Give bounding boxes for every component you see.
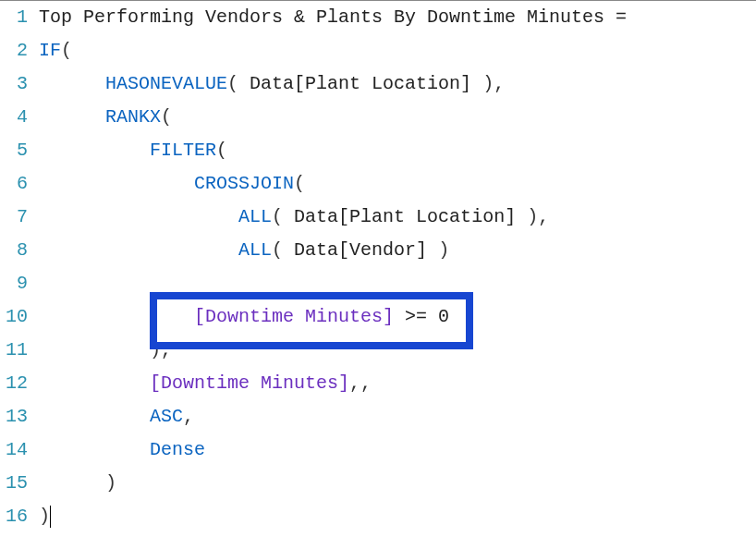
function-rankx: RANKX [105, 106, 161, 128]
code-line: HASONEVALUE( Data[Plant Location] ), [39, 67, 756, 101]
code-line: RANKX( [39, 101, 756, 134]
column-ref: Data[Vendor] [294, 239, 427, 261]
line-number: 3 [6, 67, 28, 101]
paren-close: ), [150, 339, 172, 360]
column-ref: Data[Plant Location] [250, 73, 471, 94]
function-all: ALL [238, 239, 272, 261]
line-number: 12 [6, 367, 28, 400]
number-literal: 0 [438, 306, 449, 327]
code-line: Dense [39, 433, 756, 467]
code-line: ) [39, 500, 756, 533]
paren-open: ( [61, 40, 72, 61]
code-editor[interactable]: 1 2 3 4 5 6 7 8 9 10 11 12 13 14 15 16 T… [0, 0, 756, 549]
line-number: 1 [6, 1, 28, 34]
function-crossjoin: CROSSJOIN [194, 173, 294, 194]
code-line: IF( [39, 34, 756, 67]
code-line: CROSSJOIN( [39, 167, 756, 201]
code-line: FILTER( [39, 134, 756, 167]
line-number: 9 [6, 267, 28, 300]
line-number: 10 [6, 300, 28, 334]
paren-close: ) [39, 506, 50, 527]
line-number: 7 [6, 201, 28, 234]
operator: >= [394, 306, 438, 327]
measure-ref: [Downtime Minutes] [150, 372, 349, 394]
measure-name-text: Top Performing Vendors & Plants By Downt… [39, 6, 627, 28]
line-number: 11 [6, 334, 28, 367]
keyword-if: IF [39, 40, 61, 61]
code-line: ) [39, 467, 756, 500]
code-area[interactable]: Top Performing Vendors & Plants By Downt… [35, 1, 756, 549]
function-filter: FILTER [150, 140, 216, 161]
code-line [39, 267, 756, 300]
line-number: 14 [6, 433, 28, 467]
line-number: 13 [6, 400, 28, 433]
line-number: 2 [6, 34, 28, 67]
enum-asc: ASC [150, 406, 183, 427]
code-line: Top Performing Vendors & Plants By Downt… [39, 1, 756, 34]
function-all: ALL [238, 206, 272, 227]
measure-ref: [Downtime Minutes] [194, 306, 394, 327]
code-line: ALL( Data[Plant Location] ), [39, 201, 756, 234]
column-ref: Data[Plant Location] [294, 206, 516, 227]
line-number: 15 [6, 467, 28, 500]
function-hasonevalue: HASONEVALUE [105, 73, 227, 94]
line-number: 8 [6, 234, 28, 267]
paren-close: ) [105, 472, 116, 494]
code-line: [Downtime Minutes],, [39, 367, 756, 400]
line-number: 16 [6, 500, 28, 533]
line-number: 5 [6, 134, 28, 167]
code-line: ASC, [39, 400, 756, 433]
code-line: [Downtime Minutes] >= 0 [39, 300, 756, 334]
line-number: 4 [6, 101, 28, 134]
code-line: ALL( Data[Vendor] ) [39, 234, 756, 267]
line-number: 6 [6, 167, 28, 201]
code-line: ), [39, 334, 756, 367]
text-cursor [50, 506, 51, 528]
line-number-gutter: 1 2 3 4 5 6 7 8 9 10 11 12 13 14 15 16 [0, 1, 35, 549]
enum-dense: Dense [150, 439, 205, 460]
